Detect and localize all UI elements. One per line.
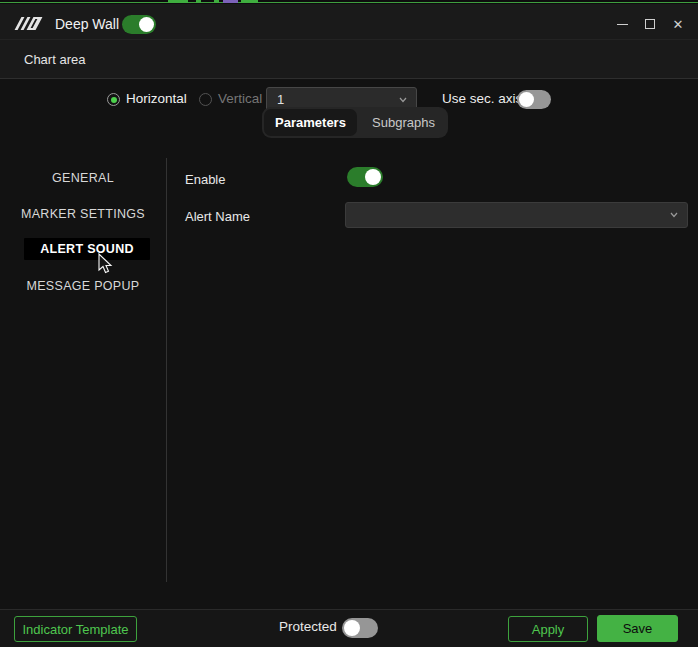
maximize-icon [645, 19, 655, 29]
close-icon: ✕ [673, 17, 684, 32]
radio-horizontal-label[interactable]: Horizontal [126, 91, 187, 106]
tab-subgraphs[interactable]: Subgraphs [361, 109, 446, 136]
radio-vertical-label: Vertical [218, 91, 262, 106]
tab-strip: Parameters Subgraphs [262, 107, 448, 138]
chart-edge-bar [223, 0, 238, 3]
chart-edge-bar [168, 0, 188, 3]
radio-vertical [199, 93, 212, 106]
sidebar-divider [166, 158, 167, 582]
maximize-button[interactable] [636, 10, 664, 38]
indicator-settings-window: Deep Wall ✕ Chart area Horizontal Vertic… [0, 0, 698, 647]
tab-parameters-label: Parameters [275, 115, 346, 130]
sidebar-item-message-popup[interactable]: MESSAGE POPUP [0, 279, 166, 293]
chart-area-row: Chart area Horizontal Vertical 1 Use sec… [0, 40, 698, 79]
alert-name-label: Alert Name [185, 209, 250, 224]
chart-edge-line [0, 2, 698, 3]
sidebar-item-alert-sound[interactable]: ALERT SOUND [24, 238, 150, 260]
indicator-template-button[interactable]: Indicator Template [14, 616, 137, 642]
chart-edge-bar [241, 0, 258, 3]
sidebar-item-general[interactable]: GENERAL [0, 171, 166, 185]
sidebar-item-marker-settings[interactable]: MARKER SETTINGS [0, 207, 166, 221]
tab-parameters[interactable]: Parameters [264, 109, 357, 136]
close-button[interactable]: ✕ [664, 10, 692, 38]
minimize-icon [617, 24, 628, 25]
tab-subgraphs-label: Subgraphs [372, 115, 435, 130]
radio-horizontal[interactable] [107, 93, 120, 106]
apply-button[interactable]: Apply [508, 616, 588, 642]
toggle-knob [519, 92, 534, 107]
indicator-enabled-toggle[interactable] [122, 15, 156, 34]
app-logo-icon [16, 17, 42, 30]
toggle-knob [365, 169, 381, 185]
sec-axis-label: Use sec. axis [442, 91, 522, 106]
chevron-down-icon [399, 97, 407, 103]
chart-edge-bar [214, 0, 219, 3]
minimize-button[interactable] [608, 10, 636, 38]
chart-edge-bar [196, 0, 201, 3]
save-button[interactable]: Save [597, 615, 678, 642]
protected-label: Protected [279, 619, 337, 634]
chart-area-label: Chart area [24, 52, 85, 67]
enable-label: Enable [185, 172, 225, 187]
alert-name-select[interactable] [345, 202, 688, 228]
protected-toggle[interactable] [342, 618, 378, 638]
chart-area-select-value: 1 [277, 92, 284, 107]
enable-toggle[interactable] [347, 167, 383, 187]
window-title: Deep Wall [55, 16, 119, 32]
title-bar: Deep Wall ✕ [0, 4, 698, 40]
footer-bar: Indicator Template Protected Apply Save [0, 609, 698, 647]
toggle-knob [139, 17, 154, 32]
toggle-knob [344, 620, 360, 636]
chevron-down-icon [670, 212, 678, 218]
sec-axis-toggle[interactable] [517, 90, 551, 109]
